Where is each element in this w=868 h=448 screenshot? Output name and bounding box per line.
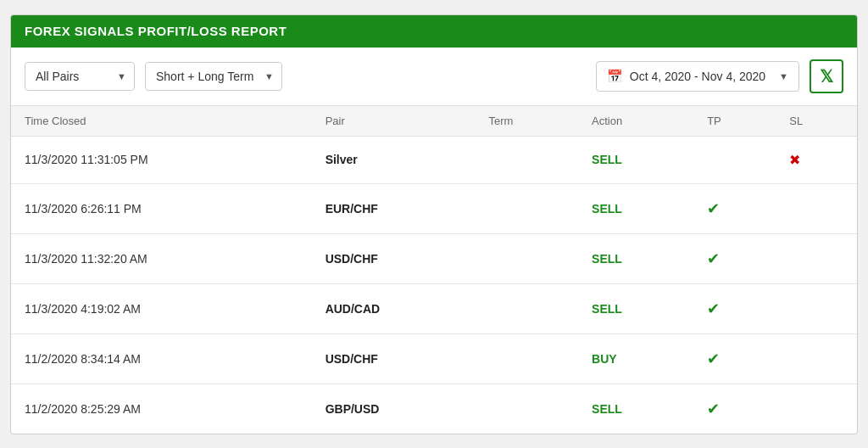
toolbar: All Pairs Forex Only Metals Only ▼ Short… [11,48,857,106]
cell-sl: ✖ [776,136,857,183]
main-container: FOREX SIGNALS PROFIT/LOSS REPORT All Pai… [10,14,858,434]
pair-name-text: EUR/CHF [326,202,378,216]
cell-term [475,384,578,434]
cell-tp: ✔ [693,183,776,233]
action-label: SELL [592,302,622,316]
cell-tp: ✔ [693,233,776,283]
cell-tp: ✔ [693,333,776,384]
table-body: 11/3/2020 11:31:05 PMSilverSELL✖11/3/202… [11,136,857,434]
report-table: Time Closed Pair Term Action TP SL 11/3/… [11,106,857,434]
cell-pair: USD/CHF [312,233,476,283]
table-header: Time Closed Pair Term Action TP SL [11,106,857,137]
pairs-select[interactable]: All Pairs Forex Only Metals Only [25,62,135,91]
col-pair: Pair [312,106,476,137]
table-row: 11/3/2020 11:31:05 PMSilverSELL✖ [11,136,857,183]
cell-action: BUY [578,333,693,384]
tp-check-icon: ✔ [707,300,720,317]
cell-pair: AUD/CAD [312,283,476,333]
col-term: Term [475,106,578,137]
cell-term [475,183,578,233]
cell-term [475,233,578,283]
cell-time-closed: 11/3/2020 11:32:20 AM [11,233,312,283]
col-sl: SL [776,106,857,137]
cell-pair: EUR/CHF [312,183,476,233]
cell-action: SELL [578,283,693,333]
cell-action: SELL [578,233,693,283]
calendar-icon: 📅 [607,69,623,84]
pair-name-text: AUD/CAD [326,302,381,316]
report-title: FOREX SIGNALS PROFIT/LOSS REPORT [25,24,287,38]
report-header: FOREX SIGNALS PROFIT/LOSS REPORT [11,15,857,48]
action-label: BUY [592,352,617,366]
cell-sl [776,233,857,283]
table-row: 11/2/2020 8:34:14 AMUSD/CHFBUY✔ [11,333,857,384]
cell-term [475,136,578,183]
pair-name-text: Silver [326,153,358,166]
action-label: SELL [592,402,622,416]
table-row: 11/3/2020 4:19:02 AMAUD/CADSELL✔ [11,283,857,333]
action-label: SELL [592,202,622,216]
table-row: 11/3/2020 11:32:20 AMUSD/CHFSELL✔ [11,233,857,283]
cell-term [475,283,578,333]
cell-sl [776,183,857,233]
tp-check-icon: ✔ [707,400,720,417]
cell-action: SELL [578,384,693,434]
cell-time-closed: 11/3/2020 6:26:11 PM [11,183,312,233]
cell-sl [776,384,857,434]
pair-name-text: GBP/USD [326,402,380,416]
action-label: SELL [592,153,622,166]
cell-pair: GBP/USD [312,384,476,434]
term-select[interactable]: Short + Long Term Short Term Long Term [145,62,282,91]
date-picker-arrow: ▼ [779,71,788,81]
excel-icon: 𝕏 [820,66,833,87]
date-range-picker[interactable]: 📅 Oct 4, 2020 - Nov 4, 2020 ▼ [596,61,799,92]
sl-cross-icon: ✖ [789,153,800,167]
cell-time-closed: 11/2/2020 8:25:29 AM [11,384,312,434]
cell-action: SELL [578,136,693,183]
col-action: Action [578,106,693,137]
col-tp: TP [693,106,776,137]
cell-tp [693,136,776,183]
pairs-dropdown-wrapper[interactable]: All Pairs Forex Only Metals Only ▼ [25,62,135,91]
table-row: 11/2/2020 8:25:29 AMGBP/USDSELL✔ [11,384,857,434]
cell-term [475,333,578,384]
cell-tp: ✔ [693,384,776,434]
pair-name-text: USD/CHF [326,252,378,266]
action-label: SELL [592,252,622,266]
tp-check-icon: ✔ [707,200,720,217]
cell-tp: ✔ [693,283,776,333]
cell-pair: USD/CHF [312,333,476,384]
pair-name-text: USD/CHF [326,352,378,366]
tp-check-icon: ✔ [707,250,720,267]
term-dropdown-wrapper[interactable]: Short + Long Term Short Term Long Term ▼ [145,62,282,91]
cell-sl [776,333,857,384]
cell-action: SELL [578,183,693,233]
cell-time-closed: 11/3/2020 4:19:02 AM [11,283,312,333]
tp-check-icon: ✔ [707,350,720,367]
table-row: 11/3/2020 6:26:11 PMEUR/CHFSELL✔ [11,183,857,233]
date-range-text: Oct 4, 2020 - Nov 4, 2020 [630,70,765,83]
excel-export-button[interactable]: 𝕏 [810,59,843,93]
cell-sl [776,283,857,333]
cell-pair: Silver [312,136,476,183]
cell-time-closed: 11/3/2020 11:31:05 PM [11,136,312,183]
cell-time-closed: 11/2/2020 8:34:14 AM [11,333,312,384]
col-time-closed: Time Closed [11,106,312,137]
